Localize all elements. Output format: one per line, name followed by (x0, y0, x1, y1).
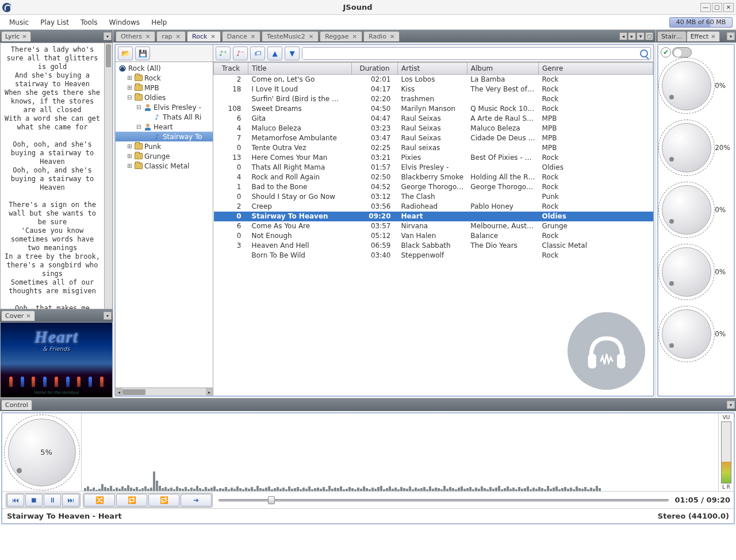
playlist-tab-reggae[interactable]: Reggae✕ (320, 31, 362, 41)
playlist-tab-rap[interactable]: rap✕ (156, 31, 186, 41)
table-row[interactable]: 0Not Enough05:12Van HalenBalanceRock (214, 231, 653, 241)
column-header[interactable]: Track (214, 63, 248, 75)
tree-root[interactable]: Rock (All) (116, 63, 213, 73)
stair-tab[interactable]: Stair… (657, 31, 687, 41)
effect-knob[interactable]: 0% (662, 247, 730, 297)
effect-knob[interactable]: 0% (662, 309, 730, 359)
effect-knob[interactable]: 20% (662, 123, 730, 172)
menu-playlist[interactable]: Play List (34, 16, 75, 29)
tree-item[interactable]: ⊟Elvis Presley - (116, 102, 213, 112)
tree-item[interactable]: ⊟Heart (116, 122, 213, 132)
table-row[interactable]: 3Heaven And Hell06:59Black SabbathThe Di… (214, 241, 653, 251)
tree-item[interactable]: ⊞MPB (116, 83, 213, 93)
pause-button[interactable]: ⏸ (44, 494, 61, 507)
library-tree[interactable]: Rock (All)⊞Rock⊞MPB⊟Oldies⊟Elvis Presley… (116, 62, 213, 388)
repeat-one-button[interactable]: 🔂 (148, 494, 179, 507)
menu-help[interactable]: Help (145, 16, 172, 29)
close-button[interactable]: ✕ (723, 3, 734, 12)
menu-music[interactable]: Music (3, 16, 34, 29)
tree-item[interactable]: ⊞Grunge (116, 151, 213, 161)
column-header[interactable]: Album (467, 63, 538, 75)
table-row[interactable]: 0Thats All Right Mama01:57Elvis Presley … (214, 163, 653, 172)
column-header[interactable]: Title (248, 63, 352, 75)
table-row[interactable]: Born To Be Wild03:40SteppenwolfRock (214, 251, 653, 260)
effect-enable-icon[interactable]: ✔ (661, 47, 671, 57)
search-icon[interactable] (640, 49, 648, 57)
menu-windows[interactable]: Windows (103, 16, 146, 29)
lyric-scrollbar[interactable] (104, 43, 112, 309)
tree-item[interactable]: ⊞Rock (116, 73, 213, 83)
tree-item[interactable]: ⊞Classic Metal (116, 161, 213, 171)
column-header[interactable]: Genre (539, 63, 653, 75)
move-up-button[interactable]: ▲ (267, 47, 282, 60)
shuffle-button[interactable]: 🔀 (84, 494, 115, 507)
tree-scrollbar[interactable]: ◂▸ (116, 388, 213, 396)
save-button[interactable]: 💾 (135, 47, 150, 60)
effect-toggle-switch[interactable] (672, 47, 692, 57)
column-header[interactable]: Duration (352, 63, 398, 75)
panel-minimize-icon[interactable]: ▾ (727, 32, 735, 40)
search-input[interactable] (302, 48, 637, 59)
control-tab[interactable]: Control (1, 400, 32, 410)
table-row[interactable]: 1Bad to the Bone04:52George Thorogo…Geor… (214, 182, 653, 192)
add-track-button[interactable]: ♪⁺ (216, 47, 231, 60)
table-row[interactable]: 0Tente Outra Vez02:25Raul seixasMPB (214, 143, 653, 153)
panel-minimize-icon[interactable]: ▾ (727, 401, 735, 409)
playlist-tab-dance[interactable]: Dance✕ (222, 31, 260, 41)
tree-item[interactable]: ⊞Punk (116, 141, 213, 151)
menu-tools[interactable]: Tools (75, 16, 103, 29)
panel-minimize-icon[interactable]: ▾ (103, 32, 112, 40)
stop-button[interactable]: ⏹ (25, 494, 43, 507)
playlist-tab-radio[interactable]: Radio✕ (363, 31, 400, 41)
table-row[interactable]: 7Metamorfose Ambulante03:47Raul SeixasCi… (214, 133, 653, 143)
table-row[interactable]: 2Creep03:56RadioheadPablo HoneyRock (214, 202, 653, 212)
table-row[interactable]: 0Should I Stay or Go Now03:12The ClashPu… (214, 192, 653, 202)
close-icon[interactable]: ✕ (352, 33, 357, 40)
repeat-button[interactable]: 🔁 (116, 494, 147, 507)
tab-scroll-right-icon[interactable]: ▸ (628, 32, 636, 40)
close-icon[interactable]: ✕ (26, 313, 30, 319)
table-row[interactable]: 4Maluco Beleza03:23Raul SeixasMaluco Bel… (214, 124, 653, 133)
effect-knob[interactable]: 0% (662, 61, 730, 110)
table-row[interactable]: Surfin' Bird (Bird is the …02:20trashmen… (214, 94, 653, 104)
minimize-button[interactable]: — (700, 3, 711, 12)
next-button[interactable]: ⏭ (62, 494, 79, 507)
close-icon[interactable]: ✕ (210, 33, 215, 40)
lyric-tab[interactable]: Lyric✕ (1, 31, 31, 41)
tab-maximize-icon[interactable]: ▢ (645, 32, 653, 40)
table-row[interactable]: 18I Love It Loud04:17KissThe Very Best o… (214, 85, 653, 94)
playlist-tab-testemusic2[interactable]: TesteMusic2✕ (262, 31, 319, 41)
move-down-button[interactable]: ▼ (285, 47, 300, 60)
table-row[interactable]: 13Here Comes Your Man03:21PixiesBest Of … (214, 153, 653, 163)
playlist-tab-rock[interactable]: Rock✕ (187, 31, 221, 41)
continue-button[interactable]: ➔ (181, 494, 212, 507)
tab-list-icon[interactable]: ▾ (637, 32, 645, 40)
panel-minimize-icon[interactable]: ▾ (103, 312, 112, 320)
seek-slider[interactable] (218, 496, 669, 505)
tag-button[interactable]: 🏷 (250, 47, 265, 60)
table-row[interactable]: 4Rock and Roll Again02:50Blackberry Smok… (214, 172, 653, 182)
close-icon[interactable]: ✕ (711, 33, 715, 40)
tree-item[interactable]: ⊟Oldies (116, 93, 213, 102)
table-row[interactable]: 108Sweet Dreams04:50Marilyn MansonQ Musi… (214, 104, 653, 114)
playlist-tab-others[interactable]: Others✕ (116, 31, 155, 41)
close-icon[interactable]: ✕ (145, 33, 150, 40)
column-header[interactable]: Artist (398, 63, 467, 75)
close-icon[interactable]: ✕ (22, 33, 26, 40)
previous-button[interactable]: ⏮ (7, 494, 24, 507)
table-row[interactable]: 0Stairway To Heaven09:20HeartOldies (214, 212, 653, 221)
effect-tab[interactable]: Effect✕ (687, 31, 720, 41)
close-icon[interactable]: ✕ (176, 33, 181, 40)
tab-scroll-left-icon[interactable]: ◂ (619, 32, 627, 40)
remove-track-button[interactable]: ♪⁻ (233, 47, 248, 60)
close-icon[interactable]: ✕ (390, 33, 394, 40)
volume-knob[interactable]: 5% (8, 419, 76, 486)
maximize-button[interactable]: ▢ (712, 3, 722, 12)
open-folder-button[interactable]: 📂 (118, 47, 133, 60)
close-icon[interactable]: ✕ (309, 33, 313, 40)
tree-item[interactable]: ♪Thats All Ri (116, 112, 213, 122)
close-icon[interactable]: ✕ (251, 33, 255, 40)
table-row[interactable]: 6Gita04:47Raul SeixasA Arte de Raul S…MP… (214, 114, 653, 124)
table-row[interactable]: 2Come on, Let's Go02:01Los LobosLa Bamba… (214, 75, 653, 85)
cover-tab[interactable]: Cover✕ (1, 310, 35, 321)
